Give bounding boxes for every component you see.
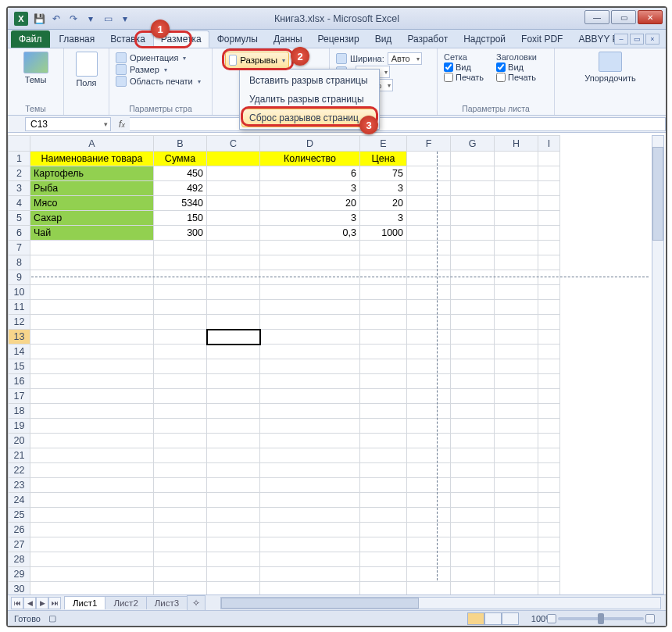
- row-header-1[interactable]: 1: [9, 152, 30, 166]
- gridlines-print-checkbox[interactable]: Печать: [444, 73, 484, 82]
- row-header-8[interactable]: 8: [9, 255, 30, 270]
- menu-insert-break[interactable]: Вставить разрыв страницы: [241, 71, 377, 90]
- horizontal-scrollbar[interactable]: [220, 597, 661, 609]
- row-header-12[interactable]: 12: [9, 315, 30, 330]
- sheet-tab-3[interactable]: Лист3: [146, 596, 188, 609]
- qat-more-icon[interactable]: ▾: [84, 12, 97, 25]
- row-header-5[interactable]: 5: [9, 211, 30, 226]
- sheet-nav-first[interactable]: ⏮: [11, 597, 23, 609]
- row-header-7[interactable]: 7: [9, 241, 30, 255]
- formula-input[interactable]: [130, 117, 666, 131]
- row-header-19[interactable]: 19: [9, 419, 30, 434]
- maximize-button[interactable]: ▭: [611, 10, 636, 24]
- row-header-13[interactable]: 13: [9, 330, 30, 345]
- headings-print-checkbox[interactable]: Печать: [496, 73, 537, 82]
- row-header-28[interactable]: 28: [9, 552, 30, 567]
- qat-redo-icon[interactable]: ↷: [67, 12, 80, 25]
- row-header-6[interactable]: 6: [9, 226, 30, 241]
- row-header-15[interactable]: 15: [9, 359, 30, 374]
- row-header-27[interactable]: 27: [9, 537, 30, 552]
- doc-minimize-button[interactable]: –: [614, 34, 628, 45]
- row-header-21[interactable]: 21: [9, 448, 30, 463]
- cell[interactable]: [207, 166, 260, 181]
- view-normal-button[interactable]: [467, 612, 484, 625]
- tab-надстрой[interactable]: Надстрой: [456, 30, 513, 48]
- cell[interactable]: Мясо: [30, 196, 154, 211]
- col-header-A[interactable]: A: [30, 136, 154, 152]
- zoom-slider[interactable]: [558, 617, 644, 620]
- select-all-corner[interactable]: [9, 136, 30, 152]
- cell[interactable]: Сахар: [30, 211, 154, 226]
- width-select[interactable]: Авто: [388, 52, 422, 65]
- tab-формулы[interactable]: Формулы: [209, 30, 266, 48]
- cell[interactable]: 20: [360, 196, 407, 211]
- qat-save-icon[interactable]: 💾: [33, 12, 45, 25]
- cell[interactable]: Чай: [30, 226, 154, 241]
- row-header-22[interactable]: 22: [9, 463, 30, 478]
- sheet-tab-2[interactable]: Лист2: [105, 596, 146, 609]
- size-button[interactable]: Размер▾: [116, 64, 206, 75]
- tab-file[interactable]: Файл: [11, 30, 50, 48]
- row-header-16[interactable]: 16: [9, 374, 30, 389]
- vertical-scrollbar[interactable]: [652, 135, 664, 595]
- col-header-B[interactable]: B: [154, 136, 207, 152]
- row-header-14[interactable]: 14: [9, 345, 30, 359]
- row-header-26[interactable]: 26: [9, 523, 30, 537]
- row-header-20[interactable]: 20: [9, 434, 30, 448]
- col-header-G[interactable]: G: [451, 136, 495, 152]
- sheet-tab-new[interactable]: ✧: [187, 595, 206, 610]
- doc-restore-button[interactable]: ▭: [630, 34, 644, 45]
- row-header-2[interactable]: 2: [9, 166, 30, 181]
- cell[interactable]: Рыба: [30, 181, 154, 196]
- sheet-tab-active[interactable]: Лист1: [64, 596, 105, 609]
- themes-button[interactable]: Темы: [14, 52, 57, 84]
- qat-dd-icon[interactable]: ▾: [119, 12, 131, 25]
- row-header-18[interactable]: 18: [9, 404, 30, 419]
- spreadsheet-grid[interactable]: ABCDEFGHI1Наименование товараСуммаКоличе…: [8, 135, 666, 595]
- view-break-button[interactable]: [502, 612, 519, 625]
- row-header-24[interactable]: 24: [9, 493, 30, 508]
- cell[interactable]: 0,3: [260, 226, 360, 241]
- cell[interactable]: 5340: [154, 196, 207, 211]
- view-layout-button[interactable]: [484, 612, 502, 625]
- cell[interactable]: 1000: [360, 226, 407, 241]
- name-box[interactable]: C13: [25, 117, 111, 131]
- cell[interactable]: 3: [360, 211, 407, 226]
- cell[interactable]: [207, 196, 260, 211]
- tab-вставка[interactable]: Вставка: [102, 30, 153, 48]
- row-header-11[interactable]: 11: [9, 300, 30, 315]
- qat-undo-icon[interactable]: ↶: [50, 12, 63, 25]
- col-header-D[interactable]: D: [260, 136, 360, 152]
- breaks-button[interactable]: Разрывы▾: [225, 52, 289, 69]
- cell[interactable]: [207, 226, 260, 241]
- cell[interactable]: 75: [360, 166, 407, 181]
- table-header-sum[interactable]: Сумма: [154, 152, 207, 166]
- close-button[interactable]: ✕: [638, 10, 663, 24]
- active-cell[interactable]: [207, 330, 260, 345]
- col-header-F[interactable]: F: [407, 136, 451, 152]
- row-header-3[interactable]: 3: [9, 181, 30, 196]
- print-area-button[interactable]: Область печати▾: [116, 76, 206, 87]
- col-header-I[interactable]: I: [538, 136, 560, 152]
- cell[interactable]: 20: [260, 196, 360, 211]
- minimize-button[interactable]: —: [584, 10, 609, 24]
- cell[interactable]: 450: [154, 166, 207, 181]
- cell[interactable]: 300: [154, 226, 207, 241]
- qat-doc-icon[interactable]: ▭: [102, 12, 114, 25]
- macro-record-icon[interactable]: ▢: [48, 613, 56, 623]
- tab-данны[interactable]: Данны: [266, 30, 310, 48]
- sheet-nav-last[interactable]: ⏭: [48, 597, 61, 609]
- sheet-nav-prev[interactable]: ◀: [23, 597, 36, 609]
- cell[interactable]: 492: [154, 181, 207, 196]
- cell[interactable]: [207, 181, 260, 196]
- col-header-E[interactable]: E: [360, 136, 407, 152]
- row-header-25[interactable]: 25: [9, 508, 30, 523]
- tab-разработ[interactable]: Разработ: [399, 30, 456, 48]
- menu-reset-breaks[interactable]: Сброс разрывов страниц: [241, 109, 377, 127]
- row-header-23[interactable]: 23: [9, 478, 30, 493]
- tab-foxit pdf[interactable]: Foxit PDF: [513, 30, 570, 48]
- row-header-30[interactable]: 30: [9, 582, 30, 595]
- col-header-C[interactable]: C: [207, 136, 260, 152]
- headings-view-checkbox[interactable]: Вид: [496, 62, 537, 72]
- doc-close-button[interactable]: ×: [645, 34, 659, 45]
